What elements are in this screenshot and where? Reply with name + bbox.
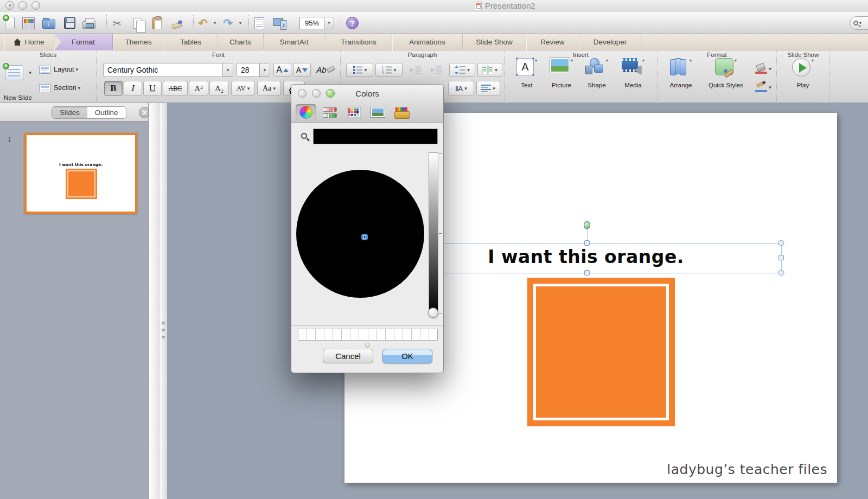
- insert-text-button[interactable]: A▾ Text: [511, 58, 542, 88]
- brightness-slider-thumb[interactable]: [428, 308, 438, 318]
- redo-menu-arrow[interactable]: ▾: [237, 16, 244, 30]
- tab-review[interactable]: Review: [526, 34, 579, 50]
- resize-handle-top-right[interactable]: [778, 240, 784, 246]
- new-slide-button[interactable]: +: [3, 63, 25, 82]
- tab-smartart[interactable]: SmartArt: [264, 34, 326, 50]
- orange-square-shape[interactable]: [527, 278, 675, 426]
- arrange-button[interactable]: ▾ Arrange: [662, 58, 700, 88]
- section-button[interactable]: Section: [39, 82, 93, 94]
- color-palettes-tab[interactable]: [343, 104, 364, 120]
- undo-menu-arrow[interactable]: ▾: [212, 16, 218, 30]
- slide-credit-text[interactable]: ladybug’s teacher files: [667, 462, 827, 477]
- rotation-handle[interactable]: [584, 221, 590, 229]
- tab-developer[interactable]: Developer: [579, 34, 641, 50]
- format-painter-button[interactable]: [169, 16, 184, 30]
- sidebar-tab-slides[interactable]: Slides: [52, 107, 87, 118]
- insert-media-button[interactable]: ▾ Media: [616, 58, 650, 88]
- brightness-slider[interactable]: [429, 152, 438, 314]
- undo-button[interactable]: ↶: [195, 16, 210, 30]
- chevron-down-icon[interactable]: ▾: [222, 63, 233, 76]
- group-label: Slides: [0, 52, 96, 58]
- tab-themes[interactable]: Themes: [113, 34, 164, 50]
- crayons-tab[interactable]: [391, 104, 412, 120]
- tab-animations[interactable]: Animations: [392, 34, 463, 50]
- sidebar-tab-outline[interactable]: Outline: [87, 107, 126, 118]
- paste-button[interactable]: [150, 16, 165, 30]
- clear-formatting-button[interactable]: Ab: [315, 62, 336, 77]
- increase-indent-button[interactable]: [426, 63, 446, 77]
- close-window-icon[interactable]: [5, 1, 14, 10]
- sidebar-scrollbar[interactable]: [148, 103, 159, 499]
- save-button[interactable]: [62, 16, 77, 30]
- change-case-button[interactable]: Aa: [257, 81, 281, 96]
- swatch-drawer-handle[interactable]: [365, 343, 370, 348]
- insert-shape-button[interactable]: ▾ Shape: [580, 58, 613, 88]
- superscript-button[interactable]: A²: [189, 81, 208, 96]
- line-spacing-button[interactable]: [449, 63, 475, 77]
- text-direction-button[interactable]: ‖A: [448, 81, 474, 96]
- font-size-combo[interactable]: 28▾: [237, 63, 270, 77]
- character-spacing-button[interactable]: AV: [231, 81, 255, 96]
- decrease-indent-button[interactable]: [406, 63, 425, 77]
- resize-handle-top[interactable]: [584, 240, 590, 246]
- slide-gallery-button[interactable]: [21, 16, 36, 30]
- align-text-button[interactable]: [476, 81, 500, 96]
- zoom-dropdown-arrow[interactable]: ▾: [324, 17, 334, 29]
- insert-picture-button[interactable]: ▾ Picture: [545, 58, 578, 88]
- new-presentation-button[interactable]: +: [2, 16, 17, 30]
- help-button[interactable]: ?: [346, 17, 359, 29]
- bold-button[interactable]: B: [104, 81, 123, 96]
- tab-transitions[interactable]: Transitions: [326, 34, 392, 50]
- cancel-button[interactable]: Cancel: [323, 349, 373, 363]
- bullets-button[interactable]: [346, 63, 373, 77]
- media-browser-button[interactable]: [272, 16, 288, 30]
- layout-button[interactable]: Layout: [39, 63, 93, 75]
- underline-button[interactable]: U: [143, 81, 162, 96]
- tab-charts[interactable]: Charts: [218, 34, 264, 50]
- copy-button[interactable]: [130, 16, 145, 30]
- formatting-palette-button[interactable]: [252, 16, 267, 30]
- slide-title-text[interactable]: I want this orange.: [391, 246, 781, 267]
- open-button[interactable]: [41, 16, 56, 30]
- magnifier-button[interactable]: [298, 129, 310, 142]
- color-wheel-icon: [299, 106, 312, 119]
- tab-tables[interactable]: Tables: [164, 34, 218, 50]
- subscript-button[interactable]: A₂: [209, 81, 229, 96]
- shape-line-button[interactable]: [753, 81, 774, 94]
- slide-thumbnail[interactable]: I want this orange.: [24, 133, 137, 214]
- quick-styles-button[interactable]: ▾ Quick Styles: [702, 58, 750, 88]
- tab-slide-show[interactable]: Slide Show: [463, 34, 526, 50]
- strikethrough-button[interactable]: ABC: [163, 81, 188, 96]
- tab-format[interactable]: Format: [54, 34, 113, 50]
- color-wheel-tab[interactable]: [296, 104, 316, 120]
- italic-button[interactable]: I: [124, 81, 142, 96]
- numbering-button[interactable]: 123: [375, 63, 403, 77]
- ok-button[interactable]: OK: [382, 349, 432, 363]
- play-slideshow-button[interactable]: ▾ Play: [786, 58, 820, 88]
- favorite-swatches-row[interactable]: [298, 329, 438, 341]
- selected-color-preview: [313, 129, 438, 144]
- search-box[interactable]: ▾: [850, 16, 868, 30]
- minimize-window-icon[interactable]: [18, 1, 27, 10]
- zoom-value-field[interactable]: 95%: [299, 17, 324, 29]
- image-palettes-tab[interactable]: [367, 104, 388, 120]
- tab-home[interactable]: Home: [4, 34, 54, 50]
- print-button[interactable]: [81, 16, 97, 30]
- shape-fill-button[interactable]: [753, 62, 774, 75]
- pane-splitter[interactable]: [159, 103, 167, 499]
- cut-button[interactable]: ✂: [110, 16, 125, 30]
- resize-handle-bottom-right[interactable]: [778, 270, 784, 276]
- columns-button[interactable]: [477, 63, 502, 77]
- chevron-down-icon[interactable]: ▾: [259, 63, 270, 76]
- resize-handle-bottom[interactable]: [584, 270, 590, 276]
- shrink-font-button[interactable]: A: [293, 63, 311, 77]
- zoom-window-icon[interactable]: [31, 1, 40, 10]
- font-name-combo[interactable]: Century Gothic▾: [103, 63, 233, 77]
- color-wheel[interactable]: [296, 170, 424, 298]
- redo-button[interactable]: ↷: [220, 16, 235, 30]
- color-sliders-tab[interactable]: [320, 104, 340, 120]
- bullets-icon: [353, 66, 363, 74]
- color-wheel-cursor[interactable]: [361, 234, 368, 240]
- new-slide-menu-arrow[interactable]: [26, 69, 33, 76]
- grow-font-button[interactable]: A: [273, 63, 291, 77]
